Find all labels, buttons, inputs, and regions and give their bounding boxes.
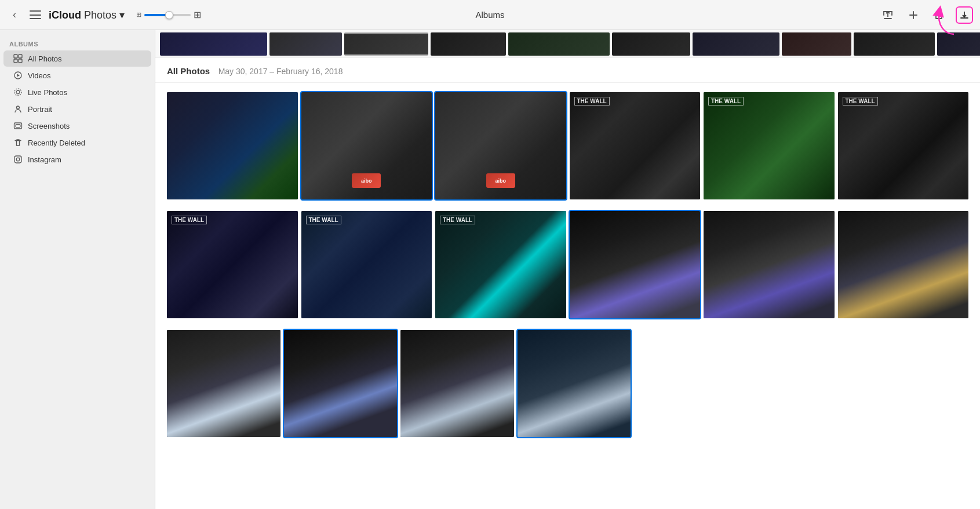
photo-7[interactable]: THE WALL [167,211,298,318]
add-icon [908,9,919,21]
portrait-icon [13,104,23,114]
photo-13[interactable] [167,330,280,437]
content-date-range: May 30, 2017 – February 16, 2018 [218,67,343,76]
photo-12[interactable] [838,211,969,318]
photo-8[interactable]: THE WALL [301,211,432,318]
strip-thumb-3[interactable] [344,32,428,56]
sidebar-item-instagram[interactable]: Instagram [3,151,151,168]
content-title: All Photos [167,66,210,76]
add-button[interactable] [905,6,922,24]
photo-6[interactable]: THE WALL [838,92,969,199]
sidebar: Albums All Photos Videos [0,30,155,509]
back-button[interactable]: ‹ [7,8,22,23]
photo-1[interactable] [167,92,298,199]
sidebar-item-screenshots[interactable]: Screenshots [3,118,151,134]
share-button[interactable] [930,6,948,24]
photo-4[interactable]: THE WALL [570,92,701,199]
grid-icon [13,53,23,64]
download-button[interactable] [956,6,973,24]
svg-point-7 [17,106,20,109]
strip-thumb-2[interactable] [269,32,342,56]
photo-10[interactable] [570,211,701,318]
photo-row-1: aibo aibo THE WALL THE WALL [167,92,968,199]
svg-point-11 [16,158,20,161]
svg-rect-2 [14,59,17,63]
zoom-control: ⊞ ⊞ [136,9,201,20]
instagram-icon [13,154,23,165]
sidebar-item-label-portrait: Portrait [28,105,144,114]
photo-row-2: THE WALL THE WALL THE WALL [167,211,968,318]
toolbar-left: ‹ iCloud Photos ▾ ⊞ ⊞ [7,8,201,23]
strip-thumb-4[interactable] [431,32,506,56]
sidebar-item-label-screenshots: Screenshots [28,122,144,130]
toolbar-right [879,6,973,24]
strip-thumb-6[interactable] [612,32,690,56]
photo-9[interactable]: THE WALL [435,211,566,318]
sidebar-item-label-recently-deleted: Recently Deleted [28,139,144,147]
zoom-out-icon: ⊞ [136,11,141,19]
main-layout: Albums All Photos Videos [0,30,980,509]
strip-thumb-9[interactable] [854,32,935,56]
sidebar-item-label-videos: Videos [28,71,144,80]
svg-rect-8 [14,123,22,129]
photo-14[interactable] [284,330,398,437]
svg-rect-1 [19,54,22,58]
upload-button[interactable] [879,6,897,24]
sidebar-item-portrait[interactable]: Portrait [3,101,151,117]
svg-rect-3 [19,59,22,63]
sidebar-item-recently-deleted[interactable]: Recently Deleted [3,134,151,151]
play-icon [13,70,23,81]
content-area: All Photos May 30, 2017 – February 16, 2… [155,30,980,509]
sidebar-item-label-all-photos: All Photos [28,54,144,63]
trash-icon [13,137,23,148]
svg-point-5 [16,90,20,94]
sidebar-item-live-photos[interactable]: Live Photos [3,84,151,100]
svg-point-6 [14,89,21,96]
top-thumbnails-strip [155,30,980,58]
toolbar: ‹ iCloud Photos ▾ ⊞ ⊞ Albums [0,0,980,30]
photo-grid: aibo aibo THE WALL THE WALL [155,83,980,446]
zoom-slider[interactable] [144,14,191,16]
sidebar-section-title: Albums [0,36,155,50]
photo-15[interactable] [400,330,514,437]
live-icon [13,87,23,97]
upload-icon [882,9,894,21]
share-icon [933,9,945,21]
zoom-in-icon: ⊞ [194,9,201,20]
toolbar-title: Albums [475,10,504,20]
photo-11[interactable] [704,211,835,318]
photo-5[interactable]: THE WALL [704,92,835,199]
app-name-text: Photos ▾ [84,9,125,21]
sidebar-toggle-button[interactable] [28,8,43,23]
sidebar-item-label-instagram: Instagram [28,155,144,164]
strip-thumb-7[interactable] [693,32,779,56]
svg-point-12 [20,157,20,158]
strip-thumb-8[interactable] [782,32,851,56]
strip-thumb-1[interactable] [160,32,267,56]
download-icon [959,9,970,21]
svg-rect-0 [14,54,17,58]
sidebar-toggle-icon [30,10,41,19]
sidebar-item-all-photos[interactable]: All Photos [3,50,151,67]
photo-3[interactable]: aibo [435,92,566,199]
sidebar-item-videos[interactable]: Videos [3,67,151,83]
content-header: All Photos May 30, 2017 – February 16, 2… [155,58,980,83]
photo-2[interactable]: aibo [301,92,432,199]
icloud-text: iCloud [49,9,81,21]
photo-row-3 [167,330,631,437]
screenshot-icon [13,121,23,131]
svg-rect-9 [16,125,20,128]
photo-16[interactable] [518,330,631,437]
strip-thumb-5[interactable] [508,32,610,56]
sidebar-item-label-live-photos: Live Photos [28,88,144,97]
app-brand: iCloud Photos ▾ [49,9,125,21]
strip-thumb-10[interactable] [937,32,980,56]
svg-rect-10 [14,156,21,163]
